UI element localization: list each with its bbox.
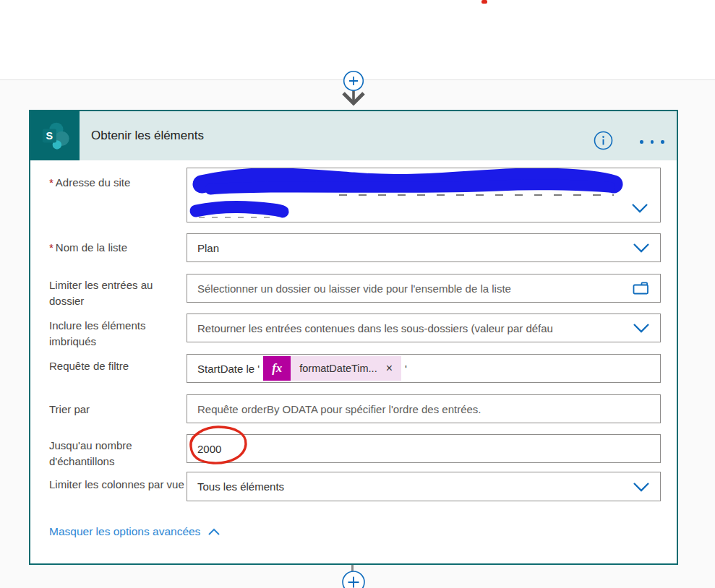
field-label-top-count: Jusqu'au nombre d'échantillons xyxy=(49,438,189,470)
required-asterisk: * xyxy=(49,176,53,189)
plus-circle-icon xyxy=(341,570,366,588)
list-name-dropdown[interactable]: Plan xyxy=(187,233,661,262)
nested-items-dropdown[interactable]: Retourner les entrées contenues dans les… xyxy=(187,314,661,342)
chevron-down-icon[interactable] xyxy=(631,203,648,215)
hide-advanced-options-link[interactable]: Masquer les options avancées xyxy=(49,525,221,538)
order-by-input[interactable]: Requête orderBy ODATA pour spécifier l'o… xyxy=(187,394,661,423)
filter-query-text-suffix: ' xyxy=(405,363,407,375)
filter-query-text: StartDate le ' xyxy=(197,363,260,375)
field-label-list-name: *Nom de la liste xyxy=(49,240,189,256)
card-header[interactable]: S Obtenir les éléments xyxy=(30,111,677,160)
card-title: Obtenir les éléments xyxy=(91,111,204,160)
expression-token[interactable]: fx formatDateTim... × xyxy=(263,356,401,381)
site-address-input[interactable] xyxy=(187,168,661,222)
order-by-placeholder: Requête orderBy ODATA pour spécifier l'o… xyxy=(197,403,481,415)
limit-columns-value: Tous les éléments xyxy=(197,480,284,493)
info-icon[interactable] xyxy=(594,131,613,153)
filter-query-input[interactable]: StartDate le ' fx formatDateTim... × ' xyxy=(187,354,661,383)
field-label-nested-items: Inclure les éléments imbriqués xyxy=(49,318,189,350)
nested-items-value: Retourner les entrées contenues dans les… xyxy=(197,322,553,334)
chevron-up-icon xyxy=(207,528,221,536)
plus-circle-icon xyxy=(343,70,364,92)
fx-icon: fx xyxy=(263,356,291,381)
remove-token-icon[interactable]: × xyxy=(386,363,393,374)
red-annotation-mark xyxy=(481,0,487,4)
top-count-value: 2000 xyxy=(197,443,221,455)
blue-redaction-scribble xyxy=(187,168,660,222)
field-label-limit-columns: Limiter les colonnes par vue xyxy=(49,477,189,493)
field-label-site-address: *Adresse du site xyxy=(49,175,189,191)
folder-placeholder: Sélectionner un dossier ou laisser vide … xyxy=(197,282,511,295)
list-name-value: Plan xyxy=(197,242,219,254)
ellipsis-menu-button[interactable] xyxy=(640,140,664,144)
expression-label: formatDateTim... xyxy=(299,363,377,374)
field-label-order-by: Trier par xyxy=(49,402,189,418)
field-label-limit-folder: Limiter les entrées au dossier xyxy=(49,277,189,309)
required-asterisk: * xyxy=(49,241,53,254)
folder-icon[interactable] xyxy=(632,281,650,295)
svg-text:S: S xyxy=(46,130,53,142)
action-card-get-items: S Obtenir les éléments *Adresse du site xyxy=(29,110,678,565)
insert-step-button-bottom[interactable] xyxy=(341,570,366,588)
field-label-filter-query: Requête de filtre xyxy=(49,358,189,374)
chevron-down-icon[interactable] xyxy=(633,243,650,253)
chevron-down-icon[interactable] xyxy=(633,482,650,492)
limit-folder-input[interactable]: Sélectionner un dossier ou laisser vide … xyxy=(187,274,661,303)
limit-columns-dropdown[interactable]: Tous les éléments xyxy=(187,472,661,501)
sharepoint-icon: S xyxy=(30,111,80,160)
chevron-down-icon[interactable] xyxy=(633,323,650,333)
insert-step-button-top[interactable] xyxy=(343,70,364,92)
top-count-input[interactable]: 2000 xyxy=(187,434,661,463)
